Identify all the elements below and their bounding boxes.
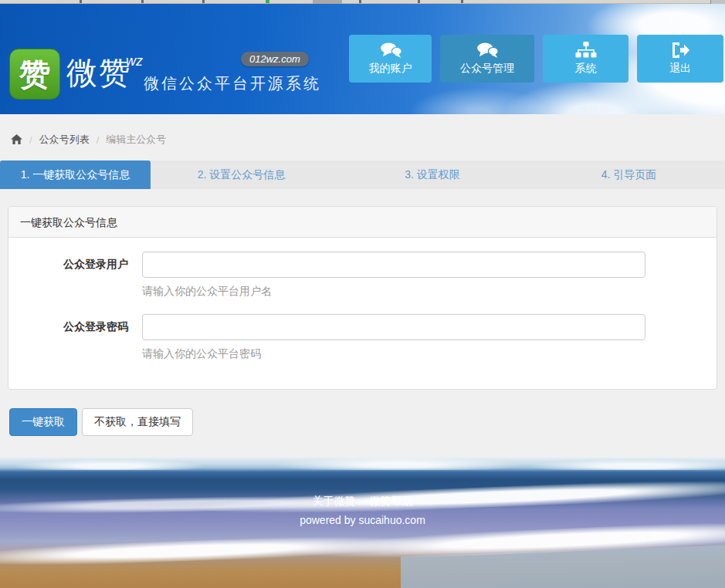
nav-label: 系统 (575, 62, 597, 76)
username-help-text: 请输入你的公众平台用户名 (142, 285, 645, 299)
breadcrumb-separator: / (29, 134, 32, 146)
toolbar-icon-fragment (418, 0, 420, 3)
sitemap-icon (575, 42, 597, 59)
skip-fetch-button[interactable]: 不获取，直接填写 (82, 408, 193, 436)
fetch-info-panel: 一键获取公众号信息 公众登录用户 请输入你的公众平台用户名 公众登录密码 请输入… (8, 206, 717, 390)
site-url-badge: 012wz.com (241, 52, 309, 66)
powered-by-text: powered by sucaihuo.com (0, 514, 725, 526)
toolbar-icon-fragment (461, 0, 463, 3)
footer: 关于微赞 微赞帮助 powered by sucaihuo.com (0, 458, 725, 588)
one-click-fetch-button[interactable]: 一键获取 (9, 408, 77, 436)
nav-label: 公众号管理 (460, 62, 514, 76)
toolbar-icon-fragment (141, 0, 144, 3)
public-login-password-input[interactable] (142, 314, 645, 340)
toolbar-icon-fragment (266, 0, 269, 3)
toolbar-icon-fragment (359, 0, 361, 3)
password-label: 公众登录密码 (20, 314, 128, 361)
about-weizan-link[interactable]: 关于微赞 (313, 495, 356, 507)
public-login-username-input[interactable] (142, 252, 645, 278)
tab-guide-page[interactable]: 4. 引导页面 (533, 161, 725, 189)
nav-my-account-button[interactable]: 我的账户 (349, 35, 432, 83)
form-row-password: 公众登录密码 请输入你的公众平台密码 (20, 314, 705, 361)
form-actions: 一键获取 不获取，直接填写 (9, 408, 193, 436)
page: 赞 微赞 wz 微信公众平台开源系统 012wz.com 我的账户 (0, 0, 725, 588)
breadcrumb-item-current: 编辑主公众号 (106, 133, 166, 147)
tab-set-permissions[interactable]: 3. 设置权限 (332, 161, 533, 189)
username-label: 公众登录用户 (20, 252, 128, 299)
password-col: 请输入你的公众平台密码 (142, 314, 645, 361)
footer-links: 关于微赞 微赞帮助 (0, 495, 725, 509)
chat-bubbles-icon (379, 42, 402, 59)
brand-subtitle: 微信公众平台开源系统 (144, 73, 321, 94)
footer-text: 关于微赞 微赞帮助 powered by sucaihuo.com (0, 458, 725, 526)
top-nav: 我的账户 公众号管理 (349, 35, 723, 83)
breadcrumb: / 公众号列表 / 编辑主公众号 (11, 133, 166, 147)
toolbar-icon-fragment (80, 0, 82, 3)
breadcrumb-separator: / (97, 134, 100, 146)
tab-fetch-account-info[interactable]: 1. 一键获取公众号信息 (0, 161, 151, 189)
weizan-logo[interactable]: 赞 (9, 49, 60, 100)
nav-logout-button[interactable]: 退出 (637, 35, 723, 83)
chat-bubbles-icon (476, 42, 499, 59)
home-icon[interactable] (11, 134, 22, 145)
wave-foam (0, 532, 432, 569)
nav-label: 退出 (669, 62, 691, 76)
form-row-username: 公众登录用户 请输入你的公众平台用户名 (20, 252, 705, 299)
toolbar-icon-fragment (202, 0, 205, 3)
tab-set-account-info[interactable]: 2. 设置公众号信息 (151, 161, 332, 189)
nav-system-button[interactable]: 系统 (543, 35, 628, 83)
panel-body: 公众登录用户 请输入你的公众平台用户名 公众登录密码 请输入你的公众平台密码 (8, 238, 717, 390)
header: 赞 微赞 wz 微信公众平台开源系统 012wz.com 我的账户 (0, 4, 725, 114)
password-help-text: 请输入你的公众平台密码 (142, 347, 645, 361)
username-col: 请输入你的公众平台用户名 (142, 252, 645, 299)
sign-out-icon (670, 42, 690, 59)
nav-account-management-button[interactable]: 公众号管理 (440, 35, 534, 83)
nav-label: 我的账户 (369, 62, 412, 76)
brand-suffix: wz (126, 53, 143, 69)
brand-name: 微赞 (66, 52, 131, 94)
breadcrumb-item-account-list[interactable]: 公众号列表 (39, 133, 90, 147)
weizan-help-link[interactable]: 微赞帮助 (369, 495, 412, 507)
step-tabs: 1. 一键获取公众号信息 2. 设置公众号信息 3. 设置权限 4. 引导页面 (0, 161, 725, 189)
panel-title: 一键获取公众号信息 (8, 207, 717, 238)
